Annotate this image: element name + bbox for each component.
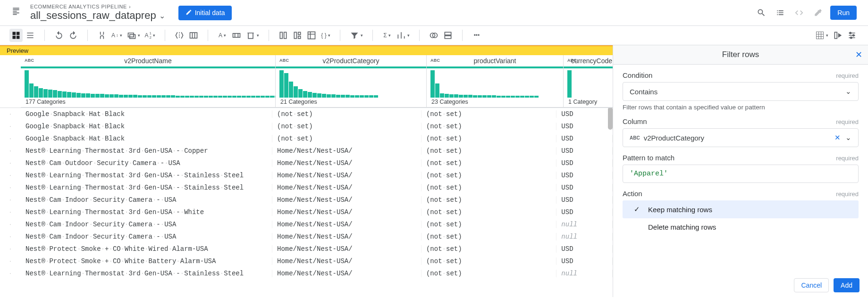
- cell: null: [556, 233, 613, 240]
- cell: Home/Nest/Nest-USA/: [272, 159, 421, 167]
- cell: USD: [556, 135, 613, 142]
- row-marker: ·: [0, 161, 21, 166]
- pattern-input[interactable]: 'Apparel': [623, 165, 859, 183]
- check-icon: ✓: [632, 205, 641, 214]
- filter-icon[interactable]: ▾: [348, 29, 365, 42]
- app-header: ECOMMERCE ANALYTICS PIPELINE › all_sessi…: [0, 0, 868, 26]
- column-field: Column required ABC v2ProductCategory ✕ …: [623, 117, 859, 147]
- cell: Nest®·Cam·Outdoor·Security·Camera·-·USA: [21, 159, 272, 167]
- target-column-icon[interactable]: [831, 29, 844, 42]
- pencil-icon: [185, 9, 192, 17]
- window-fn-icon[interactable]: ▾: [395, 29, 412, 42]
- chevron-down-icon: ⌄: [845, 133, 851, 142]
- extract-icon[interactable]: [187, 29, 200, 42]
- breadcrumb[interactable]: ECOMMERCE ANALYTICS PIPELINE ›: [30, 4, 165, 9]
- table-row[interactable]: · Nest®·Cam·Indoor·Security·Camera·-·USA…: [0, 194, 613, 206]
- more-icon[interactable]: •••: [470, 29, 483, 42]
- merge-columns-icon[interactable]: [95, 29, 109, 42]
- histogram[interactable]: [276, 68, 426, 98]
- dedupe-icon[interactable]: ▾: [125, 29, 142, 42]
- cancel-button[interactable]: Cancel: [794, 278, 829, 292]
- zoom-grid-icon: ▾: [813, 29, 830, 42]
- sort-alpha-icon[interactable]: A↕▾: [110, 29, 124, 42]
- table-row[interactable]: · Nest®·Cam·Outdoor·Security·Camera·-·US…: [0, 157, 613, 169]
- action-keep-matching[interactable]: ✓ Keep matching rows: [623, 200, 859, 218]
- preview-label: Preview: [7, 47, 28, 54]
- table-row[interactable]: · Nest®·Learning·Thermostat·3rd·Gen-USA·…: [0, 267, 613, 280]
- undo-icon[interactable]: [52, 29, 66, 42]
- column-header[interactable]: ABC v2ProductName 177 Categories: [21, 55, 276, 108]
- svg-rect-1: [233, 33, 240, 37]
- clean-icon[interactable]: ▾: [244, 29, 261, 42]
- row-marker: ·: [0, 185, 21, 190]
- histogram[interactable]: [21, 68, 275, 98]
- braces-icon[interactable]: { }▾: [319, 29, 332, 42]
- cell: null: [556, 221, 613, 228]
- settings-sliders-icon[interactable]: [845, 29, 859, 42]
- histogram-label: 1 Category: [564, 98, 613, 108]
- column-label: Column: [623, 117, 647, 125]
- table-row[interactable]: · Nest®·Learning·Thermostat·3rd·Gen-USA·…: [0, 182, 613, 194]
- action-delete-matching[interactable]: Delete matching rows: [623, 218, 859, 236]
- cell: Nest®·Protect·Smoke·+·CO·White·Wired·Ala…: [21, 245, 272, 253]
- format-text-icon[interactable]: A▾: [216, 29, 229, 42]
- table-row[interactable]: · Nest®·Learning·Thermostat·3rd·Gen-USA·…: [0, 206, 613, 218]
- initial-data-button[interactable]: Initial data: [178, 6, 232, 20]
- panel-header: Filter rows ✕: [613, 45, 868, 65]
- cell: USD: [556, 123, 613, 130]
- cell: USD: [556, 184, 613, 191]
- table-row[interactable]: · Nest®·Cam·Indoor·Security·Camera·-·USA…: [0, 218, 613, 231]
- table-row[interactable]: · Google·Snapback·Hat·Black (not·set) (n…: [0, 108, 613, 120]
- column-header[interactable]: ABC productVariant 23 Categories: [427, 55, 564, 108]
- clear-column-icon[interactable]: ✕: [834, 133, 841, 142]
- condition-value: Contains: [630, 88, 657, 96]
- table-row[interactable]: · Nest®·Protect·Smoke·+·CO·White·Battery…: [0, 255, 613, 267]
- required-badge: required: [836, 72, 859, 79]
- table-row[interactable]: · Google·Snapback·Hat·Black (not·set) (n…: [0, 132, 613, 145]
- count-icon[interactable]: [291, 29, 304, 42]
- condition-select[interactable]: Contains ⌄: [623, 82, 859, 101]
- column-name: v2ProductCategory: [323, 57, 379, 65]
- column-header[interactable]: ABC v2ProductCategory 21 Categories: [276, 55, 427, 108]
- table-row[interactable]: · Google·Snapback·Hat·Black (not·set) (n…: [0, 120, 613, 132]
- table-row[interactable]: · Nest®·Cam·Indoor·Security·Camera·-·USA…: [0, 231, 613, 243]
- add-button[interactable]: Add: [834, 278, 860, 292]
- split-column-icon[interactable]: [173, 29, 186, 42]
- column-header[interactable]: ABC currencyCode 1 Category: [564, 55, 613, 108]
- rename-sort-icon[interactable]: A12▾: [143, 29, 157, 42]
- list-view-icon[interactable]: [24, 29, 37, 42]
- title-chevron-down-icon[interactable]: ⌄: [159, 11, 165, 20]
- close-icon[interactable]: ✕: [855, 50, 862, 60]
- data-grid: Preview ABC v2ProductName 177 Categories…: [0, 45, 613, 297]
- sigma-icon[interactable]: Σ▾: [380, 29, 394, 42]
- column-header-row: ABC v2ProductName 177 Categories ABC v2P…: [0, 55, 613, 108]
- cell: USD: [556, 110, 613, 118]
- union-icon[interactable]: [441, 29, 455, 42]
- join-icon[interactable]: [427, 29, 440, 42]
- table-row[interactable]: · Nest®·Learning·Thermostat·3rd·Gen-USA·…: [0, 169, 613, 182]
- required-badge: required: [836, 155, 859, 162]
- pattern-field: Pattern to match required 'Apparel': [623, 154, 859, 183]
- grid-view-icon[interactable]: [9, 29, 23, 42]
- svg-rect-8: [445, 32, 451, 35]
- svg-rect-5: [308, 32, 315, 39]
- calc-column-icon[interactable]: [277, 29, 290, 42]
- replace-icon[interactable]: [230, 29, 243, 42]
- table-row[interactable]: · Nest®·Learning·Thermostat·3rd·Gen-USA·…: [0, 145, 613, 157]
- column-select[interactable]: ABC v2ProductCategory ✕ ⌄: [623, 128, 859, 147]
- histogram[interactable]: [564, 68, 613, 98]
- cell: (not·set): [421, 110, 556, 118]
- scroll-thumb[interactable]: [608, 107, 613, 130]
- recipe-list-icon[interactable]: [774, 6, 787, 19]
- svg-rect-2: [280, 32, 282, 38]
- column-name: productVariant: [473, 57, 516, 65]
- pivot-icon[interactable]: [305, 29, 318, 42]
- cell: Home/Nest/Nest-USA/: [272, 257, 421, 265]
- search-icon[interactable]: [755, 6, 768, 19]
- run-button[interactable]: Run: [830, 6, 857, 20]
- table-row[interactable]: · Nest®·Protect·Smoke·+·CO·White·Wired·A…: [0, 243, 613, 255]
- histogram[interactable]: [427, 68, 563, 98]
- cell: Nest®·Learning·Thermostat·3rd·Gen-USA·-·…: [21, 208, 272, 216]
- vertical-scrollbar[interactable]: [608, 107, 613, 297]
- svg-rect-4: [294, 32, 296, 38]
